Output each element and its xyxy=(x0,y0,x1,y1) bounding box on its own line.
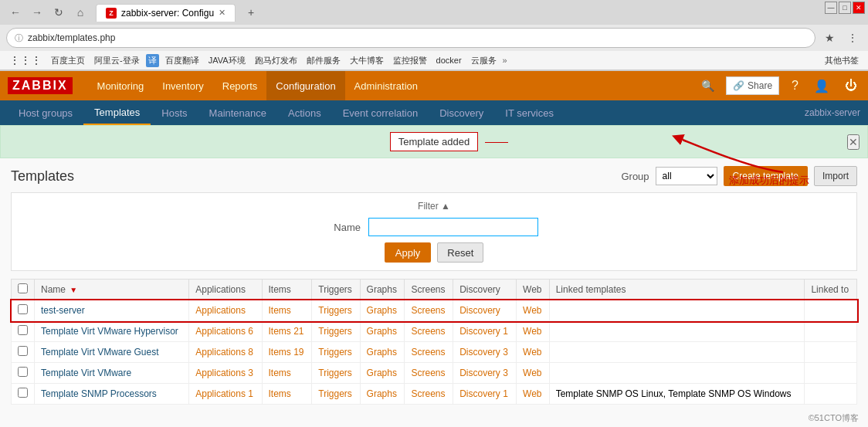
topnav-configuration[interactable]: Configuration xyxy=(266,71,344,100)
items-link[interactable]: Items 19 xyxy=(269,347,304,358)
topnav-monitoring[interactable]: Monitoring xyxy=(88,71,154,100)
home-button[interactable]: ⌂ xyxy=(71,3,90,22)
triggers-link[interactable]: Triggers xyxy=(318,368,352,378)
bookmarks-more[interactable]: » xyxy=(503,56,507,65)
template-name-link[interactable]: Template Virt VMware xyxy=(41,368,131,378)
bookmark-java[interactable]: JAVA环境 xyxy=(205,53,249,68)
template-name-link[interactable]: test-server xyxy=(41,305,85,316)
row-checkbox[interactable] xyxy=(18,325,28,335)
new-tab-button[interactable]: + xyxy=(242,3,260,22)
apply-button[interactable]: Apply xyxy=(385,242,432,263)
topnav-reports[interactable]: Reports xyxy=(213,71,267,100)
graphs-link[interactable]: Graphs xyxy=(367,326,397,337)
web-link[interactable]: Web xyxy=(523,347,541,358)
bookmark-baidu-home[interactable]: 百度主页 xyxy=(48,53,88,68)
bookmark-monitor[interactable]: 监控报警 xyxy=(390,53,430,68)
bookmark-translate-icon[interactable]: 译 xyxy=(146,54,159,67)
discovery-link[interactable]: Discovery 1 xyxy=(459,388,508,399)
applications-link[interactable]: Applications 3 xyxy=(195,368,253,378)
web-link[interactable]: Web xyxy=(523,388,541,399)
triggers-link[interactable]: Triggers xyxy=(318,347,352,358)
share-button[interactable]: 🔗 Share xyxy=(726,76,779,95)
row-checkbox[interactable] xyxy=(18,388,28,398)
items-link[interactable]: Items xyxy=(269,388,291,399)
bookmark-apps[interactable]: ⋮⋮⋮ xyxy=(6,53,45,68)
subnav-event-correlation[interactable]: Event correlation xyxy=(332,100,429,125)
back-button[interactable]: ← xyxy=(6,3,25,22)
applications-link[interactable]: Applications xyxy=(195,305,246,316)
discovery-link[interactable]: Discovery xyxy=(459,305,500,316)
tab-close-button[interactable]: ✕ xyxy=(219,8,225,18)
discovery-link[interactable]: Discovery 1 xyxy=(459,326,508,337)
topnav-inventory[interactable]: Inventory xyxy=(153,71,212,100)
applications-link[interactable]: Applications 6 xyxy=(195,326,253,337)
forward-button[interactable]: → xyxy=(28,3,46,22)
group-select[interactable]: all xyxy=(656,167,717,185)
reset-button[interactable]: Reset xyxy=(437,242,483,263)
row-linked-templates xyxy=(549,363,805,384)
subnav-hosts[interactable]: Hosts xyxy=(151,100,198,125)
minimize-button[interactable]: — xyxy=(825,2,837,14)
items-link[interactable]: Items xyxy=(269,368,291,378)
template-name-link[interactable]: Template SNMP Processors xyxy=(41,388,157,399)
bookmark-other[interactable]: 其他书签 xyxy=(822,53,862,68)
logout-button[interactable]: ⏻ xyxy=(842,79,860,93)
items-link[interactable]: Items 21 xyxy=(269,326,304,337)
close-button[interactable]: ✕ xyxy=(853,2,865,14)
bookmark-cloud[interactable]: 云服务 xyxy=(468,53,500,68)
row-checkbox[interactable] xyxy=(18,346,28,356)
alert-close-button[interactable]: ✕ xyxy=(847,134,860,150)
bookmark-docker[interactable]: docker xyxy=(433,54,465,66)
bookmarks-button[interactable]: ★ xyxy=(820,29,839,47)
reload-button[interactable]: ↻ xyxy=(49,3,68,22)
browser-tab[interactable]: Z zabbix-server: Configu ✕ xyxy=(96,4,236,22)
screens-link[interactable]: Screens xyxy=(411,388,445,399)
search-button[interactable]: 🔍 xyxy=(698,76,717,95)
template-name-link[interactable]: Template Virt VMware Hypervisor xyxy=(41,326,178,337)
bookmark-blog[interactable]: 大牛博客 xyxy=(347,53,387,68)
row-checkbox[interactable] xyxy=(18,367,28,377)
bookmark-aliyun[interactable]: 阿里云-登录 xyxy=(91,53,143,68)
subnav-host-groups[interactable]: Host groups xyxy=(8,100,83,125)
bookmark-mail[interactable]: 邮件服务 xyxy=(303,53,344,68)
screens-link[interactable]: Screens xyxy=(411,347,445,358)
subnav-actions[interactable]: Actions xyxy=(277,100,332,125)
import-button[interactable]: Import xyxy=(814,166,857,186)
bookmark-translate[interactable]: 百度翻译 xyxy=(162,53,202,68)
web-link[interactable]: Web xyxy=(523,368,541,378)
graphs-link[interactable]: Graphs xyxy=(367,347,397,358)
row-checkbox[interactable] xyxy=(18,304,28,314)
user-button[interactable]: 👤 xyxy=(811,79,832,93)
subnav-discovery[interactable]: Discovery xyxy=(429,100,494,125)
settings-button[interactable]: ⋮ xyxy=(843,29,862,47)
template-name-link[interactable]: Template Virt VMware Guest xyxy=(41,347,159,358)
filter-toggle[interactable]: Filter ▲ xyxy=(19,201,849,212)
maximize-button[interactable]: □ xyxy=(839,2,851,14)
filter-name-input[interactable] xyxy=(368,218,538,236)
triggers-link[interactable]: Triggers xyxy=(318,388,352,399)
applications-link[interactable]: Applications 1 xyxy=(195,388,253,399)
subnav-templates[interactable]: Templates xyxy=(83,100,151,125)
bookmark-pmd[interactable]: 跑马灯发布 xyxy=(252,53,300,68)
help-button[interactable]: ? xyxy=(788,79,802,93)
items-link[interactable]: Items xyxy=(269,305,291,316)
triggers-link[interactable]: Triggers xyxy=(318,305,352,316)
discovery-link[interactable]: Discovery 3 xyxy=(459,368,508,378)
triggers-link[interactable]: Triggers xyxy=(318,326,352,337)
discovery-link[interactable]: Discovery 3 xyxy=(459,347,508,358)
graphs-link[interactable]: Graphs xyxy=(367,305,397,316)
select-all-checkbox[interactable] xyxy=(18,283,28,293)
subnav-it-services[interactable]: IT services xyxy=(494,100,565,125)
screens-link[interactable]: Screens xyxy=(411,326,445,337)
subnav-maintenance[interactable]: Maintenance xyxy=(198,100,277,125)
applications-link[interactable]: Applications 8 xyxy=(195,347,253,358)
topnav-administration[interactable]: Administration xyxy=(345,71,427,100)
browser-addressbar[interactable]: ⓘ zabbix/templates.php xyxy=(6,28,815,48)
web-link[interactable]: Web xyxy=(523,305,541,316)
graphs-link[interactable]: Graphs xyxy=(367,388,397,399)
web-link[interactable]: Web xyxy=(523,326,541,337)
graphs-link[interactable]: Graphs xyxy=(367,368,397,378)
create-template-button[interactable]: Create template xyxy=(724,166,808,186)
screens-link[interactable]: Screens xyxy=(411,368,445,378)
screens-link[interactable]: Screens xyxy=(411,305,445,316)
